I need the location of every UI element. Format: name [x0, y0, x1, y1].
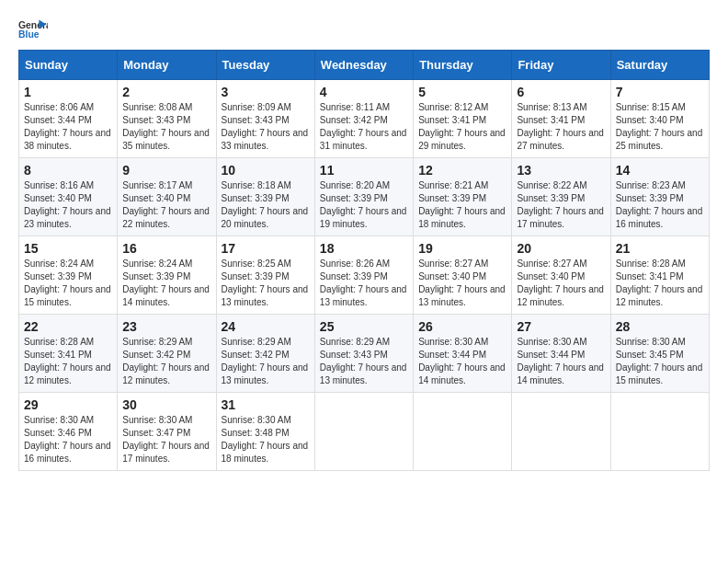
- day-number: 30: [122, 397, 210, 412]
- day-number: 13: [517, 163, 605, 178]
- calendar-cell: 22 Sunrise: 8:28 AMSunset: 3:41 PMDaylig…: [19, 315, 118, 393]
- cell-text: Sunrise: 8:20 AMSunset: 3:39 PMDaylight:…: [320, 180, 407, 229]
- cell-text: Sunrise: 8:06 AMSunset: 3:44 PMDaylight:…: [24, 102, 111, 151]
- calendar-cell: 14 Sunrise: 8:23 AMSunset: 3:39 PMDaylig…: [610, 158, 709, 236]
- day-number: 8: [24, 163, 112, 178]
- cell-text: Sunrise: 8:11 AMSunset: 3:42 PMDaylight:…: [320, 102, 407, 151]
- cell-text: Sunrise: 8:22 AMSunset: 3:39 PMDaylight:…: [517, 180, 604, 229]
- calendar-cell: 27 Sunrise: 8:30 AMSunset: 3:44 PMDaylig…: [512, 315, 610, 393]
- svg-text:Blue: Blue: [18, 29, 40, 40]
- cell-text: Sunrise: 8:26 AMSunset: 3:39 PMDaylight:…: [320, 259, 407, 307]
- cell-text: Sunrise: 8:08 AMSunset: 3:43 PMDaylight:…: [122, 102, 210, 151]
- page-header: General Blue: [18, 18, 710, 40]
- calendar-cell: 2 Sunrise: 8:08 AMSunset: 3:43 PMDayligh…: [118, 80, 216, 158]
- cell-text: Sunrise: 8:27 AMSunset: 3:40 PMDaylight:…: [517, 259, 604, 307]
- cell-text: Sunrise: 8:18 AMSunset: 3:39 PMDaylight:…: [222, 180, 309, 229]
- day-number: 15: [24, 241, 112, 256]
- calendar-cell: 16 Sunrise: 8:24 AMSunset: 3:39 PMDaylig…: [118, 236, 216, 315]
- day-number: 1: [24, 85, 112, 99]
- day-number: 17: [222, 241, 310, 256]
- calendar-day-header: Friday: [512, 51, 610, 80]
- calendar-cell: 17 Sunrise: 8:25 AMSunset: 3:39 PMDaylig…: [216, 236, 314, 315]
- calendar-cell: 30 Sunrise: 8:30 AMSunset: 3:47 PMDaylig…: [118, 393, 216, 471]
- day-number: 2: [122, 85, 210, 99]
- cell-text: Sunrise: 8:29 AMSunset: 3:43 PMDaylight:…: [320, 337, 407, 385]
- cell-text: Sunrise: 8:12 AMSunset: 3:41 PMDaylight:…: [418, 102, 506, 151]
- cell-text: Sunrise: 8:30 AMSunset: 3:46 PMDaylight:…: [24, 415, 111, 464]
- cell-text: Sunrise: 8:30 AMSunset: 3:44 PMDaylight:…: [418, 337, 506, 385]
- cell-text: Sunrise: 8:13 AMSunset: 3:41 PMDaylight:…: [517, 102, 604, 151]
- cell-text: Sunrise: 8:09 AMSunset: 3:43 PMDaylight:…: [222, 102, 309, 151]
- calendar-day-header: Wednesday: [314, 51, 413, 80]
- cell-text: Sunrise: 8:29 AMSunset: 3:42 PMDaylight:…: [122, 337, 210, 385]
- day-number: 31: [222, 397, 310, 412]
- calendar-cell: 28 Sunrise: 8:30 AMSunset: 3:45 PMDaylig…: [610, 315, 709, 393]
- cell-text: Sunrise: 8:21 AMSunset: 3:39 PMDaylight:…: [418, 180, 506, 229]
- cell-text: Sunrise: 8:30 AMSunset: 3:44 PMDaylight:…: [517, 337, 604, 385]
- calendar-cell: 26 Sunrise: 8:30 AMSunset: 3:44 PMDaylig…: [414, 315, 512, 393]
- calendar-cell: 1 Sunrise: 8:06 AMSunset: 3:44 PMDayligh…: [19, 80, 118, 158]
- day-number: 27: [517, 319, 605, 334]
- calendar-cell: 25 Sunrise: 8:29 AMSunset: 3:43 PMDaylig…: [314, 315, 413, 393]
- calendar-day-header: Tuesday: [216, 51, 314, 80]
- cell-text: Sunrise: 8:23 AMSunset: 3:39 PMDaylight:…: [616, 180, 703, 229]
- calendar-cell: [512, 393, 610, 471]
- calendar-day-header: Thursday: [414, 51, 512, 80]
- calendar-cell: 18 Sunrise: 8:26 AMSunset: 3:39 PMDaylig…: [314, 236, 413, 315]
- day-number: 4: [320, 85, 408, 99]
- calendar-cell: 5 Sunrise: 8:12 AMSunset: 3:41 PMDayligh…: [414, 80, 512, 158]
- calendar-cell: 4 Sunrise: 8:11 AMSunset: 3:42 PMDayligh…: [314, 80, 413, 158]
- cell-text: Sunrise: 8:17 AMSunset: 3:40 PMDaylight:…: [122, 180, 210, 229]
- cell-text: Sunrise: 8:24 AMSunset: 3:39 PMDaylight:…: [24, 259, 111, 307]
- cell-text: Sunrise: 8:28 AMSunset: 3:41 PMDaylight:…: [24, 337, 111, 385]
- calendar-cell: 23 Sunrise: 8:29 AMSunset: 3:42 PMDaylig…: [118, 315, 216, 393]
- day-number: 18: [320, 241, 408, 256]
- calendar-cell: 13 Sunrise: 8:22 AMSunset: 3:39 PMDaylig…: [512, 158, 610, 236]
- day-number: 12: [418, 163, 506, 178]
- cell-text: Sunrise: 8:28 AMSunset: 3:41 PMDaylight:…: [616, 259, 703, 307]
- day-number: 7: [616, 85, 704, 99]
- day-number: 11: [320, 163, 408, 178]
- calendar-cell: 20 Sunrise: 8:27 AMSunset: 3:40 PMDaylig…: [512, 236, 610, 315]
- calendar-day-header: Monday: [118, 51, 216, 80]
- calendar-cell: 11 Sunrise: 8:20 AMSunset: 3:39 PMDaylig…: [314, 158, 413, 236]
- calendar-cell: 29 Sunrise: 8:30 AMSunset: 3:46 PMDaylig…: [19, 393, 118, 471]
- calendar-cell: 31 Sunrise: 8:30 AMSunset: 3:48 PMDaylig…: [216, 393, 314, 471]
- day-number: 25: [320, 319, 408, 334]
- calendar-header-row: SundayMondayTuesdayWednesdayThursdayFrid…: [19, 51, 710, 80]
- day-number: 10: [222, 163, 310, 178]
- calendar-week-row: 8 Sunrise: 8:16 AMSunset: 3:40 PMDayligh…: [19, 158, 710, 236]
- calendar-cell: [414, 393, 512, 471]
- calendar-cell: 15 Sunrise: 8:24 AMSunset: 3:39 PMDaylig…: [19, 236, 118, 315]
- day-number: 20: [517, 241, 605, 256]
- day-number: 14: [616, 163, 704, 178]
- day-number: 16: [122, 241, 210, 256]
- cell-text: Sunrise: 8:30 AMSunset: 3:45 PMDaylight:…: [616, 337, 703, 385]
- calendar-day-header: Sunday: [19, 51, 118, 80]
- day-number: 19: [418, 241, 506, 256]
- day-number: 26: [418, 319, 506, 334]
- calendar-cell: 7 Sunrise: 8:15 AMSunset: 3:40 PMDayligh…: [610, 80, 709, 158]
- calendar-cell: [314, 393, 413, 471]
- calendar-day-header: Saturday: [610, 51, 709, 80]
- day-number: 23: [122, 319, 210, 334]
- cell-text: Sunrise: 8:25 AMSunset: 3:39 PMDaylight:…: [222, 259, 309, 307]
- cell-text: Sunrise: 8:27 AMSunset: 3:40 PMDaylight:…: [418, 259, 506, 307]
- calendar-cell: 3 Sunrise: 8:09 AMSunset: 3:43 PMDayligh…: [216, 80, 314, 158]
- calendar-cell: [610, 393, 709, 471]
- day-number: 24: [222, 319, 310, 334]
- calendar-table: SundayMondayTuesdayWednesdayThursdayFrid…: [18, 50, 710, 471]
- calendar-week-row: 15 Sunrise: 8:24 AMSunset: 3:39 PMDaylig…: [19, 236, 710, 315]
- cell-text: Sunrise: 8:15 AMSunset: 3:40 PMDaylight:…: [616, 102, 703, 151]
- calendar-week-row: 29 Sunrise: 8:30 AMSunset: 3:46 PMDaylig…: [19, 393, 710, 471]
- calendar-cell: 12 Sunrise: 8:21 AMSunset: 3:39 PMDaylig…: [414, 158, 512, 236]
- calendar-cell: 19 Sunrise: 8:27 AMSunset: 3:40 PMDaylig…: [414, 236, 512, 315]
- day-number: 29: [24, 397, 112, 412]
- cell-text: Sunrise: 8:16 AMSunset: 3:40 PMDaylight:…: [24, 180, 111, 229]
- day-number: 6: [517, 85, 605, 99]
- calendar-week-row: 1 Sunrise: 8:06 AMSunset: 3:44 PMDayligh…: [19, 80, 710, 158]
- day-number: 21: [616, 241, 704, 256]
- logo: General Blue: [18, 18, 48, 40]
- day-number: 5: [418, 85, 506, 99]
- cell-text: Sunrise: 8:24 AMSunset: 3:39 PMDaylight:…: [122, 259, 210, 307]
